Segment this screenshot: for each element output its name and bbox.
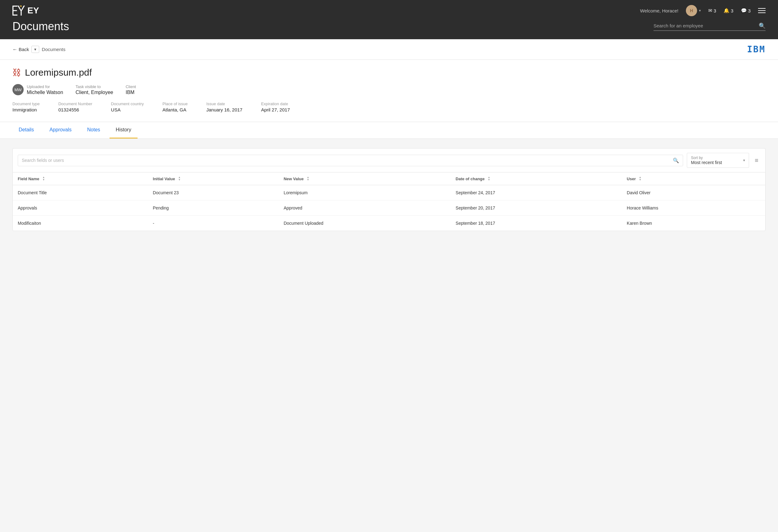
main-content: 🔍 Sort by Most recent first ▾ ≡ Field Na… — [0, 139, 778, 263]
ibm-logo: IBM — [747, 44, 766, 55]
ey-logo-icon — [12, 6, 25, 15]
back-label: Back — [19, 47, 29, 52]
table-row: ApprovalsPendingApprovedSeptember 20, 20… — [13, 201, 765, 216]
client-value: IBM — [126, 90, 136, 95]
back-button[interactable]: ← Back — [12, 47, 29, 52]
table-header-row: Field Name ▲▼ Initial Value ▲▼ New Value — [13, 172, 765, 185]
cell-initial_value: Pending — [148, 201, 279, 216]
cell-user: Horace Williams — [622, 201, 765, 216]
app-header: EY Welcome, Horace! H ▾ ✉ 3 🔔 3 💬 3 — [0, 0, 778, 39]
doc-type-label: Document type — [12, 101, 40, 106]
tab-notes[interactable]: Notes — [81, 122, 106, 139]
svg-marker-2 — [19, 6, 22, 7]
task-visible-label: Task visible to — [76, 84, 113, 89]
uploaded-for-value: Michelle Watson — [27, 90, 63, 95]
avatar-area[interactable]: H ▾ — [686, 5, 701, 16]
col-new-value[interactable]: New Value ▲▼ — [279, 172, 451, 185]
welcome-text: Welcome, Horace! — [640, 8, 679, 13]
mail-badge[interactable]: ✉ 3 — [708, 8, 716, 13]
chat-badge[interactable]: 💬 3 — [741, 8, 751, 13]
history-table: Field Name ▲▼ Initial Value ▲▼ New Value — [13, 172, 765, 231]
back-arrow-icon: ← — [12, 47, 17, 52]
issue-date-field: Issue date January 16, 2017 — [206, 101, 242, 112]
header-right: Welcome, Horace! H ▾ ✉ 3 🔔 3 💬 3 — [640, 5, 766, 16]
col-date-of-change[interactable]: Date of change ▲▼ — [451, 172, 622, 185]
doc-number-value: 01324556 — [58, 107, 92, 112]
history-search-area[interactable]: 🔍 — [18, 155, 683, 166]
mail-icon: ✉ — [708, 8, 712, 13]
uploaded-for-section: MW Uploaded for Michelle Watson — [12, 84, 63, 95]
tabs-bar: Details Approvals Notes History — [0, 122, 778, 139]
tab-details[interactable]: Details — [12, 122, 40, 139]
cell-field_name: Approvals — [13, 201, 148, 216]
document-fields: Document type Immigration Document Numbe… — [12, 101, 766, 112]
pdf-icon: ⛓ — [12, 68, 21, 78]
cell-new_value: Document Uploaded — [279, 216, 451, 231]
col-user[interactable]: User ▲▼ — [622, 172, 765, 185]
bell-count: 3 — [731, 8, 733, 13]
page-title: Documents — [12, 20, 69, 33]
expiration-date-value: April 27, 2017 — [261, 107, 290, 112]
chat-count: 3 — [748, 8, 751, 13]
sort-dropdown[interactable]: Sort by Most recent first ▾ — [687, 153, 749, 168]
cell-field_name: Document Title — [13, 185, 148, 201]
expiration-date-field: Expiration date April 27, 2017 — [261, 101, 290, 112]
cell-date_of_change: September 20, 2017 — [451, 201, 622, 216]
employee-avatar: MW — [12, 84, 24, 95]
breadcrumb-dropdown[interactable]: ▾ — [31, 46, 39, 53]
chat-icon: 💬 — [741, 8, 747, 13]
doc-country-value: USA — [111, 107, 144, 112]
cell-field_name: Modificaiton — [13, 216, 148, 231]
cell-initial_value: - — [148, 216, 279, 231]
col-field-name[interactable]: Field Name ▲▼ — [13, 172, 148, 185]
cell-initial_value: Document 23 — [148, 185, 279, 201]
sub-header: ← Back ▾ Documents IBM — [0, 39, 778, 60]
svg-marker-0 — [12, 6, 17, 15]
user-avatar[interactable]: H — [686, 5, 697, 16]
chevron-down-icon[interactable]: ▾ — [699, 8, 701, 13]
sort-value: Most recent first — [691, 160, 741, 165]
mail-count: 3 — [714, 8, 716, 13]
hamburger-menu[interactable] — [758, 8, 766, 13]
expiration-date-label: Expiration date — [261, 101, 290, 106]
search-icon: 🔍 — [673, 157, 679, 163]
employee-search-area[interactable]: 🔍 — [653, 22, 766, 31]
logo-text: EY — [27, 6, 39, 15]
tab-approvals[interactable]: Approvals — [43, 122, 78, 139]
task-visible-value: Client, Employee — [76, 90, 113, 95]
uploaded-for-label: Uploaded for — [27, 84, 63, 89]
logo-area: EY — [12, 6, 39, 15]
doc-country-field: Document country USA — [111, 101, 144, 112]
place-of-issue-label: Place of issue — [162, 101, 188, 106]
cell-user: Karen Brown — [622, 216, 765, 231]
cell-new_value: Loremipsum — [279, 185, 451, 201]
bell-badge[interactable]: 🔔 3 — [723, 8, 733, 13]
place-of-issue-field: Place of issue Atlanta, GA — [162, 101, 188, 112]
history-panel: 🔍 Sort by Most recent first ▾ ≡ Field Na… — [12, 148, 766, 231]
client-section: Client IBM — [126, 84, 136, 95]
table-row: Document TitleDocument 23LoremipsumSepte… — [13, 185, 765, 201]
document-detail: ⛓ Loremipsum.pdf MW Uploaded for Michell… — [0, 60, 778, 122]
client-label: Client — [126, 84, 136, 89]
issue-date-value: January 16, 2017 — [206, 107, 242, 112]
bell-icon: 🔔 — [723, 8, 729, 13]
doc-type-field: Document type Immigration — [12, 101, 40, 112]
place-of-issue-value: Atlanta, GA — [162, 107, 188, 112]
col-initial-value[interactable]: Initial Value ▲▼ — [148, 172, 279, 185]
breadcrumb: ← Back ▾ Documents — [12, 46, 65, 53]
history-search-input[interactable] — [22, 158, 670, 163]
history-toolbar: 🔍 Sort by Most recent first ▾ ≡ — [13, 149, 765, 172]
issue-date-label: Issue date — [206, 101, 242, 106]
table-row: Modificaiton-Document UploadedSeptember … — [13, 216, 765, 231]
cell-date_of_change: September 24, 2017 — [451, 185, 622, 201]
cell-new_value: Approved — [279, 201, 451, 216]
sort-chevron-icon: ▾ — [743, 158, 745, 162]
document-title: Loremipsum.pdf — [25, 67, 92, 78]
search-icon[interactable]: 🔍 — [759, 22, 766, 29]
doc-country-label: Document country — [111, 101, 144, 106]
cell-user: David Oliver — [622, 185, 765, 201]
employee-search-input[interactable] — [653, 23, 756, 28]
tab-history[interactable]: History — [109, 122, 138, 139]
filter-icon[interactable]: ≡ — [753, 155, 760, 166]
sort-label: Sort by — [691, 156, 741, 160]
